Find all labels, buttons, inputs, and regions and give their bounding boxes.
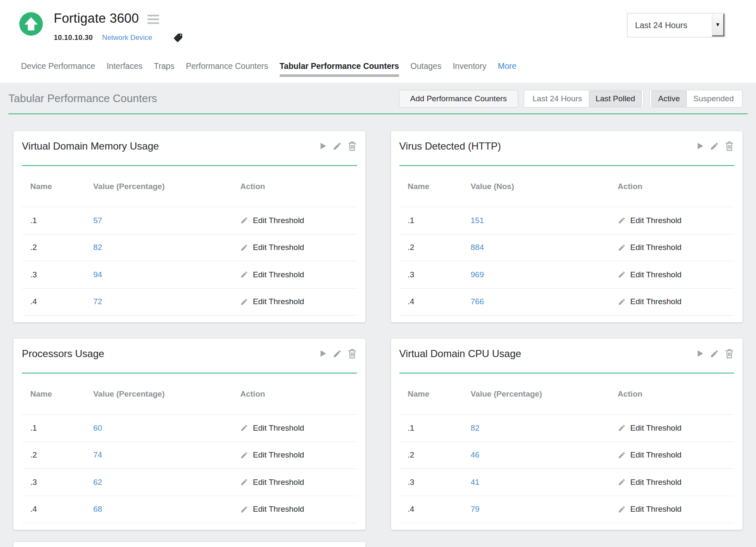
row-value-link[interactable]: 969 — [462, 270, 609, 279]
row-value-link[interactable]: 60 — [85, 423, 232, 433]
delete-icon[interactable] — [347, 141, 357, 151]
column-value: Value (Percentage) — [462, 389, 609, 399]
edit-threshold-button[interactable]: Edit Threshold — [609, 216, 735, 225]
edit-threshold-label: Edit Threshold — [253, 423, 304, 433]
toolbar-actions: Add Performance Counters Last 24 HoursLa… — [399, 90, 743, 108]
toggle-option-last-polled[interactable]: Last Polled — [589, 91, 642, 107]
row-value-link[interactable]: 82 — [85, 243, 232, 252]
edit-threshold-label: Edit Threshold — [630, 270, 682, 279]
row-value-link[interactable]: 57 — [85, 216, 232, 225]
nav-tab-outages[interactable]: Outages — [410, 61, 441, 76]
edit-threshold-button[interactable]: Edit Threshold — [232, 216, 357, 225]
edit-threshold-label: Edit Threshold — [253, 297, 304, 306]
device-status-up-icon — [19, 12, 43, 36]
edit-threshold-button[interactable]: Edit Threshold — [609, 478, 735, 487]
edit-icon[interactable] — [333, 349, 342, 358]
nav-tab-inventory[interactable]: Inventory — [453, 61, 486, 76]
hamburger-menu-icon[interactable] — [147, 13, 159, 24]
edit-threshold-label: Edit Threshold — [630, 243, 682, 252]
pencil-icon — [618, 244, 626, 252]
table-header: Name Value (Percentage) Action — [22, 166, 357, 207]
toggle-option-active[interactable]: Active — [651, 91, 687, 107]
row-value-link[interactable]: 62 — [85, 478, 232, 487]
delete-icon[interactable] — [347, 348, 357, 359]
device-type-link[interactable]: Network Device — [102, 34, 152, 42]
edit-icon[interactable] — [710, 349, 719, 358]
row-value-link[interactable]: 41 — [462, 478, 609, 487]
nav-tab-traps[interactable]: Traps — [154, 61, 174, 76]
column-action: Action — [609, 182, 735, 191]
edit-threshold-button[interactable]: Edit Threshold — [609, 270, 735, 279]
play-icon[interactable] — [696, 141, 704, 151]
row-name: .3 — [22, 270, 85, 279]
device-ip: 10.10.10.30 — [54, 34, 93, 42]
play-icon[interactable] — [696, 349, 704, 358]
pencil-icon — [240, 271, 248, 279]
table-row: .4 79 Edit Threshold — [399, 496, 735, 523]
play-icon[interactable] — [318, 349, 327, 358]
edit-threshold-label: Edit Threshold — [630, 505, 682, 514]
nav-tab-more[interactable]: More — [498, 61, 516, 76]
row-value-link[interactable]: 151 — [462, 216, 609, 225]
tag-icon[interactable] — [173, 33, 183, 43]
edit-threshold-button[interactable]: Edit Threshold — [609, 243, 735, 252]
row-name: .1 — [399, 216, 462, 225]
row-value-link[interactable]: 68 — [85, 505, 232, 514]
row-value-link[interactable]: 72 — [85, 297, 232, 306]
row-value-link[interactable]: 884 — [462, 243, 609, 252]
row-name: .4 — [22, 505, 85, 514]
edit-threshold-button[interactable]: Edit Threshold — [232, 297, 357, 306]
table-row: .4 766 Edit Threshold — [399, 289, 735, 316]
toggle-option-suspended[interactable]: Suspended — [687, 91, 740, 107]
edit-threshold-label: Edit Threshold — [630, 450, 682, 460]
nav-tab-performance-counters[interactable]: Performance Counters — [186, 61, 268, 76]
nav-tab-device-performance[interactable]: Device Performance — [21, 61, 95, 76]
column-name: Name — [22, 182, 85, 191]
device-title: Fortigate 3600 — [54, 11, 139, 26]
play-icon[interactable] — [318, 141, 327, 151]
partial-card — [13, 542, 365, 547]
toggle-option-last-24-hours[interactable]: Last 24 Hours — [526, 91, 589, 107]
column-action: Action — [232, 182, 357, 191]
edit-threshold-button[interactable]: Edit Threshold — [232, 505, 357, 514]
edit-icon[interactable] — [333, 142, 342, 151]
edit-threshold-label: Edit Threshold — [630, 478, 682, 487]
device-block: Fortigate 3600 10.10.10.30 Network Devic… — [54, 11, 183, 43]
nav-tab-tabular-performance-counters[interactable]: Tabular Performance Counters — [280, 61, 399, 76]
edit-threshold-button[interactable]: Edit Threshold — [609, 505, 735, 514]
page-title: Tabular Performance Counters — [8, 92, 157, 105]
counter-card-virus-detected-http: Virus Detected (HTTP) Name Va — [391, 131, 743, 322]
edit-threshold-button[interactable]: Edit Threshold — [232, 243, 357, 252]
pencil-icon — [618, 271, 626, 279]
nav-tab-interfaces[interactable]: Interfaces — [107, 61, 143, 76]
poll-toggle: Last 24 HoursLast Polled — [524, 90, 644, 108]
row-value-link[interactable]: 82 — [462, 423, 609, 433]
row-value-link[interactable]: 46 — [462, 450, 609, 460]
pencil-icon — [618, 424, 626, 432]
pencil-icon — [240, 298, 248, 306]
edit-threshold-button[interactable]: Edit Threshold — [232, 423, 357, 433]
edit-threshold-button[interactable]: Edit Threshold — [232, 270, 357, 279]
edit-threshold-button[interactable]: Edit Threshold — [609, 297, 735, 306]
time-range-select[interactable]: Last 24 Hours ▼ — [627, 13, 725, 37]
edit-threshold-button[interactable]: Edit Threshold — [609, 450, 735, 460]
row-value-link[interactable]: 766 — [462, 297, 609, 306]
pencil-icon — [618, 298, 626, 306]
row-value-link[interactable]: 94 — [85, 270, 232, 279]
cards-grid: Virtual Domain Memory Usage Name — [0, 114, 756, 547]
row-value-link[interactable]: 74 — [85, 450, 232, 460]
delete-icon[interactable] — [724, 348, 734, 359]
delete-icon[interactable] — [724, 141, 734, 151]
add-performance-counters-button[interactable]: Add Performance Counters — [399, 90, 518, 108]
nav-tabs: Device PerformanceInterfacesTrapsPerform… — [21, 61, 517, 76]
card-actions — [696, 141, 734, 151]
row-name: .2 — [22, 243, 85, 252]
edit-threshold-button[interactable]: Edit Threshold — [232, 450, 357, 460]
row-name: .4 — [399, 297, 462, 306]
table-row: .2 82 Edit Threshold — [22, 234, 357, 262]
pencil-icon — [240, 451, 248, 459]
edit-icon[interactable] — [710, 142, 719, 151]
edit-threshold-button[interactable]: Edit Threshold — [609, 423, 735, 433]
row-value-link[interactable]: 79 — [462, 505, 609, 514]
edit-threshold-button[interactable]: Edit Threshold — [232, 478, 357, 487]
